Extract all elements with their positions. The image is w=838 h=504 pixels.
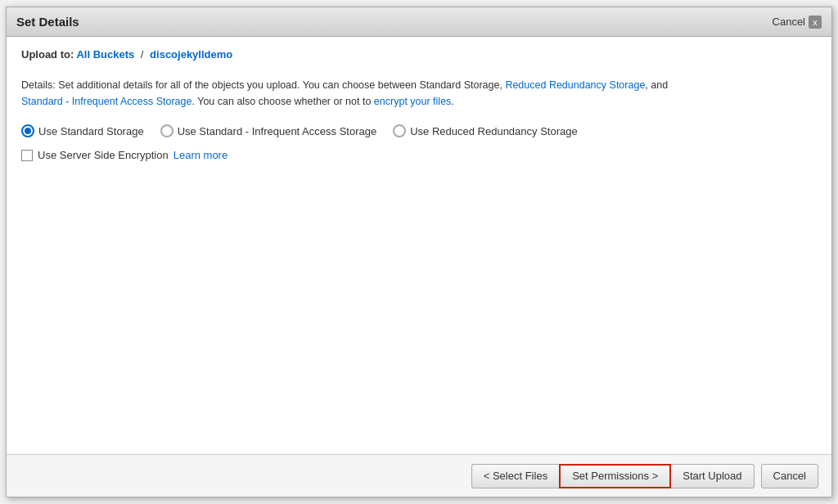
- desc-text-end: .: [451, 96, 453, 107]
- header-cancel-area[interactable]: Cancel x: [773, 16, 822, 29]
- radio-standard-icon: [21, 124, 34, 137]
- upload-to-breadcrumb: Upload to: All Buckets / discojekylldemo: [21, 48, 817, 61]
- reduced-redundancy-link[interactable]: Reduced Redundancy Storage: [505, 79, 645, 91]
- close-icon[interactable]: x: [809, 16, 822, 29]
- storage-option-standard[interactable]: Use Standard Storage: [21, 124, 144, 137]
- desc-text-between: , and: [645, 79, 668, 91]
- start-upload-button[interactable]: Start Upload: [671, 464, 754, 488]
- encryption-learn-more-link[interactable]: Learn more: [173, 149, 228, 161]
- encryption-checkbox[interactable]: [21, 150, 33, 161]
- breadcrumb-separator: /: [141, 48, 144, 61]
- storage-option-infrequent-label: Use Standard - Infrequent Access Storage: [178, 125, 377, 137]
- storage-option-infrequent[interactable]: Use Standard - Infrequent Access Storage: [160, 124, 377, 137]
- desc-text-after: . You can also choose whether or not to: [191, 96, 373, 107]
- storage-option-standard-label: Use Standard Storage: [38, 125, 144, 137]
- upload-to-label: Upload to:: [21, 48, 74, 61]
- dialog-body: Upload to: All Buckets / discojekylldemo…: [7, 37, 831, 454]
- desc-text-before: Details: Set additional details for all …: [21, 79, 505, 91]
- infrequent-access-link[interactable]: Standard - Infrequent Access Storage: [21, 96, 191, 107]
- encryption-option: Use Server Side Encryption Learn more: [21, 149, 817, 161]
- radio-infrequent-icon: [160, 124, 173, 137]
- storage-option-reduced-label: Use Reduced Redundancy Storage: [410, 125, 578, 137]
- storage-options-group: Use Standard Storage Use Standard - Infr…: [21, 124, 817, 137]
- footer-cancel-button[interactable]: Cancel: [761, 464, 818, 488]
- set-permissions-button[interactable]: Set Permissions >: [559, 464, 671, 488]
- dialog-title: Set Details: [16, 15, 79, 29]
- radio-reduced-icon: [393, 124, 406, 137]
- all-buckets-link[interactable]: All Buckets: [76, 48, 134, 61]
- dialog-header: Set Details Cancel x: [7, 7, 831, 37]
- bucket-name-link[interactable]: discojekylldemo: [150, 48, 232, 61]
- dialog-footer: < Select Files Set Permissions > Start U…: [7, 454, 831, 497]
- header-cancel-label[interactable]: Cancel: [773, 16, 805, 28]
- encrypt-files-link[interactable]: encrypt your files: [374, 96, 451, 107]
- select-files-button[interactable]: < Select Files: [471, 464, 559, 488]
- storage-option-reduced[interactable]: Use Reduced Redundancy Storage: [393, 124, 578, 137]
- encryption-label: Use Server Side Encryption: [38, 149, 169, 161]
- description-text: Details: Set additional details for all …: [21, 77, 758, 110]
- set-details-dialog: Set Details Cancel x Upload to: All Buck…: [6, 7, 832, 497]
